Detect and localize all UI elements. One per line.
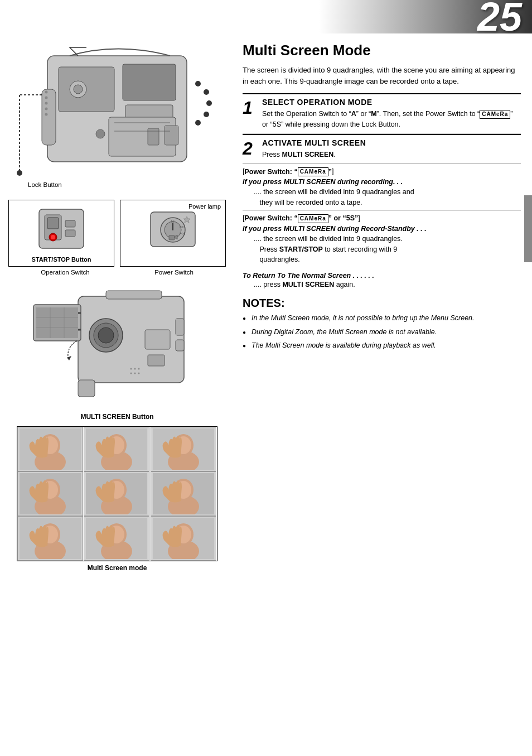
page-title: Multi Screen Mode: [243, 42, 521, 59]
svg-point-65: [138, 373, 140, 374]
svg-text:|◁◁: |◁◁: [180, 225, 185, 228]
svg-text:▷|: ▷|: [171, 219, 174, 223]
left-column: Lock Button START/STOP Butt: [0, 33, 234, 583]
svg-point-10: [195, 81, 201, 86]
switch-labels-row: Operation Switch Power Switch: [8, 269, 226, 276]
notes-item-3: The Multi Screen mode is available durin…: [243, 340, 521, 351]
camera-top-illustration: Lock Button: [14, 39, 220, 195]
notes-section: NOTES: In the Multi Screen mode, it is n…: [243, 297, 521, 351]
svg-rect-55: [176, 319, 184, 335]
large-camera-illustration: [22, 282, 212, 411]
operation-switch-label: Operation Switch: [41, 269, 90, 276]
power-switch-label: Power Switch: [154, 269, 194, 276]
svg-marker-66: [67, 356, 71, 360]
svg-text:▷▷|: ▷▷|: [180, 232, 185, 235]
svg-point-64: [134, 373, 136, 374]
svg-rect-28: [47, 218, 59, 229]
page-header: 25: [0, 0, 532, 33]
nine-grid: [17, 427, 217, 561]
notes-list: In the Multi Screen mode, it is not poss…: [243, 313, 521, 351]
grid-cell-2-3: [151, 471, 216, 516]
svg-rect-6: [42, 89, 56, 145]
step-1-section: 1 SELECT OPERATION MODE Set the Operatio…: [243, 93, 521, 134]
side-tab: [524, 195, 532, 262]
svg-rect-30: [65, 230, 75, 237]
sub-section-2-header: [Power Switch: “CAMeRa” or “5S”]: [243, 214, 521, 223]
svg-point-15: [17, 170, 22, 176]
svg-point-60: [130, 368, 132, 370]
grid-cell-3-1: [17, 516, 83, 561]
step-1-body: Set the Operation Switch to “A” or “M”. …: [262, 109, 521, 130]
svg-point-5: [74, 85, 83, 94]
svg-point-19: [45, 108, 48, 110]
svg-point-17: [45, 97, 48, 99]
svg-rect-21: [148, 128, 159, 145]
multi-screen-mode-label: Multi Screen mode: [8, 564, 226, 572]
grid-cell-2-1: [17, 471, 83, 516]
svg-rect-2: [123, 64, 176, 100]
power-switch-illustration: ▷| |◁◁ ▷▷|: [124, 204, 222, 254]
svg-point-18: [45, 102, 48, 105]
svg-rect-29: [65, 220, 75, 227]
svg-point-32: [51, 235, 55, 239]
step-2-content: ACTIVATE MULTI SCREEN Press MULTI SCREEN…: [262, 138, 521, 160]
small-boxes-row: START/STOP Button Power lamp ▷| |◁◁ ▷▷|: [8, 200, 226, 267]
svg-point-63: [130, 373, 132, 374]
step-2-title: ACTIVATE MULTI SCREEN: [262, 138, 521, 147]
step-2-body: Press MULTI SCREEN.: [262, 150, 521, 160]
grid-cell-1-1: [17, 427, 83, 471]
step-2-section: 2 ACTIVATE MULTI SCREEN Press MULTI SCRE…: [243, 134, 521, 164]
multi-screen-button-label: MULTI SCREEN Button: [8, 413, 226, 421]
svg-point-13: [204, 112, 209, 117]
return-section-italic: To Return To The Normal Screen . . . . .…: [243, 272, 521, 280]
start-stop-box: START/STOP Button: [8, 200, 114, 267]
sub-section-1-body: .... the screen will be divided into 9 q…: [243, 187, 521, 208]
sub-section-2-italic: If you press MULTI SCREEN during Record-…: [243, 225, 521, 233]
svg-point-16: [45, 91, 48, 94]
return-section-body: .... press MULTI SCREEN again.: [243, 280, 521, 290]
lock-button-label: Lock Button: [28, 181, 62, 188]
svg-rect-59: [148, 355, 165, 366]
svg-rect-56: [176, 340, 184, 351]
svg-rect-22: [165, 126, 178, 145]
step-1-number: 1: [243, 98, 262, 130]
svg-rect-58: [145, 330, 170, 349]
svg-point-11: [204, 89, 209, 95]
sub-section-1-italic: If you press MULTI SCREEN during recordi…: [243, 178, 521, 186]
notes-title: NOTES:: [243, 297, 521, 310]
sub-section-1-header: [Power Switch: “CAMeRa”]: [243, 167, 521, 176]
grid-cell-1-2: [84, 427, 149, 471]
grid-cell-1-3: [151, 427, 216, 471]
right-column: Multi Screen Mode The screen is divided …: [234, 33, 532, 360]
camera-badge-3: CAMeRa: [298, 214, 328, 223]
grid-cell-2-2: [84, 471, 149, 516]
svg-point-14: [195, 120, 201, 126]
sub-section-2-body: .... the screen will be divided into 9 q…: [243, 234, 521, 265]
step-1-content: SELECT OPERATION MODE Set the Operation …: [262, 98, 521, 130]
grid-cell-3-3: [151, 516, 216, 561]
notes-item-1: In the Multi Screen mode, it is not poss…: [243, 313, 521, 324]
power-lamp-label: Power lamp: [188, 203, 221, 210]
svg-rect-40: [169, 235, 175, 240]
return-section: To Return To The Normal Screen . . . . .…: [243, 267, 521, 292]
svg-point-12: [206, 100, 212, 106]
svg-rect-46: [36, 307, 78, 338]
svg-rect-54: [106, 291, 162, 299]
page-number: 25: [477, 0, 532, 37]
step-1-title: SELECT OPERATION MODE: [262, 98, 521, 107]
svg-point-23: [96, 129, 105, 138]
power-lamp-box: Power lamp ▷| |◁◁ ▷▷|: [120, 200, 226, 267]
notes-item-2: During Digital Zoom, the Multi Screen mo…: [243, 327, 521, 338]
svg-point-61: [134, 368, 136, 370]
nine-grid-box: [17, 426, 217, 561]
start-stop-illustration: [12, 204, 110, 254]
intro-text: The screen is divided into 9 quadrangles…: [243, 65, 521, 86]
svg-point-53: [98, 328, 114, 343]
svg-point-62: [138, 368, 140, 370]
svg-point-20: [45, 113, 48, 116]
start-stop-button-label: START/STOP Button: [12, 256, 110, 263]
sub-section-2: [Power Switch: “CAMeRa” or “5S”] If you …: [243, 210, 521, 267]
step-2-number: 2: [243, 138, 262, 160]
sub-section-1: [Power Switch: “CAMeRa”] If you press MU…: [243, 163, 521, 210]
svg-rect-57: [78, 380, 95, 397]
